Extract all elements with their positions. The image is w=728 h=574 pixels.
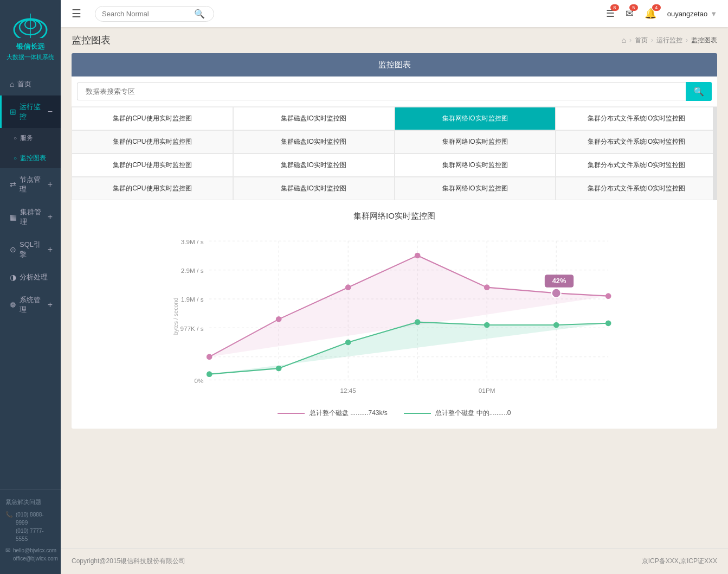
sidebar-item-monitor[interactable]: ⊞ 运行监控 − (0, 95, 61, 128)
main-area: ☰ 🔍 ☰ 8 ✉ 5 🔔 4 ouyangzetao (61, 0, 728, 574)
breadcrumb-home[interactable]: 首页 (635, 36, 648, 45)
search-button[interactable]: 🔍 (194, 9, 205, 19)
search-area: 🔍 (72, 76, 717, 107)
sidebar-subnav: 服务 监控图表 (0, 128, 61, 168)
content-area: 监控图表 🔍 集群的CPU使用实时监控图集群磁盘IO实时监控图集群网络IO实时监… (61, 53, 728, 548)
table-search-input[interactable] (77, 82, 686, 100)
svg-text:42%: 42% (552, 277, 566, 285)
chart-tab-r0-c2[interactable]: 集群网络IO实时监控图 (395, 107, 556, 130)
breadcrumb-monitor[interactable]: 运行监控 (656, 36, 682, 45)
svg-text:12:45: 12:45 (340, 387, 357, 394)
svg-point-23 (276, 316, 282, 322)
logo-icon (11, 11, 49, 38)
chart-tab-r0-c3[interactable]: 集群分布式文件系统IO实时监控图 (556, 107, 717, 130)
sidebar-subnav-monitor-chart[interactable]: 监控图表 (0, 148, 61, 168)
home-icon: ⌂ (10, 80, 14, 88)
email1: hello@bjwlcx.com (13, 546, 58, 554)
messages-badge: 8 (610, 4, 619, 11)
topbar-right: ☰ 8 ✉ 5 🔔 4 ouyangzetao ▼ (606, 8, 717, 20)
page-header: 监控图表 ⌂ › 首页 › 运行监控 › 监控图表 (61, 27, 728, 53)
scrollbar[interactable] (713, 107, 717, 200)
brand-text: 银信长远 大数据一体机系统 (5, 41, 55, 62)
sidebar-footer: 紧急解决问题 📞 (010) 8888-9999 (010) 7777-5555… (0, 489, 61, 574)
bell-badge: 4 (652, 4, 661, 11)
svg-text:01PM: 01PM (479, 387, 495, 394)
legend-item-pink: 总计整个磁盘 ..........743k/s (278, 409, 387, 418)
sidebar-nav: ⌂ 首页 ⊞ 运行监控 − 服务 监控图表 ⇄ 节点管理 + (0, 73, 61, 489)
svg-point-38 (553, 322, 559, 328)
user-menu[interactable]: ouyangzetao ▼ (667, 10, 717, 18)
legend-line-pink (278, 413, 305, 414)
user-dropdown-icon: ▼ (710, 10, 717, 18)
table-search-button[interactable]: 🔍 (686, 82, 712, 101)
footer-copyright: Copyright@2015银信科技股份有限公司 (72, 557, 185, 566)
chart-tab-r2-c2[interactable]: 集群网络IO实时监控图 (395, 154, 556, 177)
svg-point-36 (415, 319, 421, 325)
chart-tab-r1-c2[interactable]: 集群网络IO实时监控图 (395, 130, 556, 154)
sidebar-item-sql[interactable]: ⊙ SQL引擎 + (0, 233, 61, 266)
plus-icon-4: + (48, 300, 53, 310)
phone2: (010) 7777-5555 (16, 527, 55, 543)
chart-tab-r3-c2[interactable]: 集群网络IO实时监控图 (395, 177, 556, 200)
breadcrumb-current: 监控图表 (691, 36, 717, 45)
chart-section: 集群网络IO实时监控图 (72, 200, 717, 429)
chart-tab-r1-c3[interactable]: 集群分布式文件系统IO实时监控图 (556, 130, 717, 154)
svg-text:3.9M / s: 3.9M / s (181, 238, 204, 245)
chart-legend: 总计整个磁盘 ..........743k/s 总计整个磁盘 中的.......… (82, 409, 706, 418)
chart-tab-r2-c3[interactable]: 集群分布式文件系统IO实时监控图 (556, 154, 717, 177)
chart-tab-r3-c3[interactable]: 集群分布式文件系统IO实时监控图 (556, 177, 717, 200)
page-title: 监控图表 (72, 34, 111, 47)
chart-tab-r0-c1[interactable]: 集群磁盘IO实时监控图 (233, 107, 395, 130)
hamburger-icon[interactable]: ☰ (72, 7, 81, 20)
mail-button[interactable]: ✉ 5 (626, 8, 634, 20)
chart-tab-r2-c1[interactable]: 集群磁盘IO实时监控图 (233, 154, 395, 177)
sidebar-logo: 银信长远 大数据一体机系统 (0, 0, 61, 67)
chart-tab-r2-c0[interactable]: 集群的CPU使用实时监控图 (72, 154, 233, 177)
svg-point-35 (345, 340, 351, 346)
sidebar-item-cluster[interactable]: ▦ 集群管理 + (0, 201, 61, 233)
bell-button[interactable]: 🔔 4 (645, 8, 656, 20)
chart-tab-r1-c0[interactable]: 集群的CPU使用实时监控图 (72, 130, 233, 154)
nodes-icon: ⇄ (10, 180, 16, 189)
legend-label-pink: 总计整个磁盘 ..........743k/s (310, 409, 388, 417)
system-icon: ❁ (10, 301, 16, 309)
sidebar-item-analysis[interactable]: ◑ 分析处理 (0, 266, 61, 289)
svg-point-25 (415, 253, 421, 259)
svg-point-31 (552, 289, 561, 298)
sidebar-item-system[interactable]: ❁ 系统管理 + (0, 289, 61, 321)
svg-text:1.9M / s: 1.9M / s (181, 296, 204, 303)
chart-tab-r1-c1[interactable]: 集群磁盘IO实时监控图 (233, 130, 395, 154)
emergency-title: 紧急解决问题 (5, 498, 55, 506)
phone-contact: 📞 (010) 8888-9999 (010) 7777-5555 (5, 511, 55, 543)
sidebar-item-home[interactable]: ⌂ 首页 (0, 73, 61, 95)
phone-icon: 📞 (5, 511, 13, 518)
email-icon: ✉ (5, 547, 10, 554)
monitor-icon: ⊞ (10, 107, 16, 116)
search-input[interactable] (102, 10, 194, 18)
chart-container: 3.9M / s 2.9M / s 1.9M / s 977K / s 0% b… (82, 229, 706, 403)
chart-title: 集群网络IO实时监控图 (82, 211, 706, 221)
breadcrumb: ⌂ › 首页 › 运行监控 › 监控图表 (622, 36, 717, 45)
svg-point-34 (276, 366, 282, 372)
svg-text:977K / s: 977K / s (181, 325, 204, 332)
svg-point-22 (207, 354, 212, 360)
svg-text:2.9M / s: 2.9M / s (181, 267, 204, 274)
chart-tab-r3-c0[interactable]: 集群的CPU使用实时监控图 (72, 177, 233, 200)
legend-item-green: 总计整个磁盘 中的..........0 (404, 409, 511, 418)
minus-icon: − (48, 107, 53, 117)
chart-tab-r3-c1[interactable]: 集群磁盘IO实时监控图 (233, 177, 395, 200)
email2: office@bjwlcx.com (13, 554, 58, 563)
sidebar-item-nodes[interactable]: ⇄ 节点管理 + (0, 168, 61, 201)
page-footer: Copyright@2015银信科技股份有限公司 京ICP备XXX,京ICP证X… (61, 548, 728, 574)
cluster-icon: ▦ (10, 213, 17, 221)
chart-tab-r0-c0[interactable]: 集群的CPU使用实时监控图 (72, 107, 233, 130)
messages-button[interactable]: ☰ 8 (606, 8, 615, 20)
mail-badge: 5 (629, 4, 638, 11)
plus-icon-2: + (48, 212, 53, 222)
main-panel: 监控图表 🔍 集群的CPU使用实时监控图集群磁盘IO实时监控图集群网络IO实时监… (72, 53, 717, 429)
sidebar-subnav-service[interactable]: 服务 (0, 128, 61, 148)
svg-point-33 (207, 371, 212, 377)
email-contact: ✉ hello@bjwlcx.com office@bjwlcx.com (5, 546, 55, 563)
footer-icp: 京ICP备XXX,京ICP证XXX (642, 557, 717, 566)
svg-point-28 (605, 293, 611, 299)
